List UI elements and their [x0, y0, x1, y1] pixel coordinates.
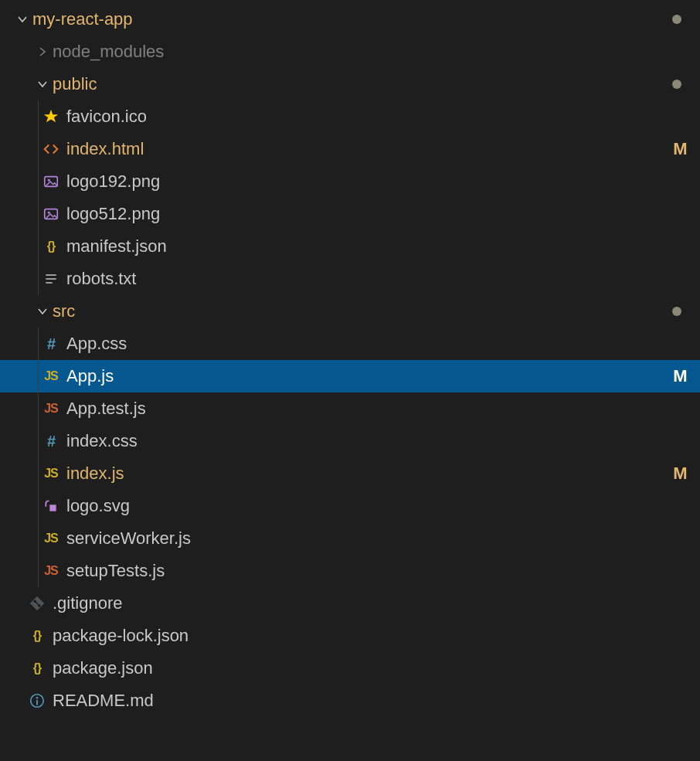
file-explorer: my-react-app node_modules public favicon…: [0, 0, 700, 717]
folder-label: src: [53, 301, 75, 321]
svg-rect-4: [49, 505, 56, 511]
css-icon: #: [40, 335, 62, 353]
json-icon: { }: [40, 240, 62, 253]
info-icon: [26, 692, 48, 709]
file-label: App.css: [66, 334, 127, 354]
file-setuptests-js[interactable]: JS setupTests.js: [0, 555, 700, 587]
js-test-icon: JS: [40, 564, 62, 578]
file-label: App.js: [66, 366, 114, 386]
svg-point-9: [36, 697, 39, 699]
file-label: setupTests.js: [66, 561, 165, 581]
file-label: package.json: [53, 658, 153, 678]
file-label: favicon.ico: [66, 107, 147, 127]
file-label: README.md: [53, 691, 154, 711]
file-index-html[interactable]: index.html M: [0, 133, 700, 165]
file-label: serviceWorker.js: [66, 528, 191, 549]
json-icon: { }: [26, 661, 48, 675]
file-robots-txt[interactable]: robots.txt: [0, 263, 700, 295]
file-label: robots.txt: [66, 269, 136, 289]
file-package-json[interactable]: { } package.json: [0, 652, 700, 685]
file-readme-md[interactable]: README.md: [0, 685, 700, 717]
file-logo512-png[interactable]: logo512.png: [0, 198, 700, 230]
svg-icon: [40, 498, 62, 514]
js-test-icon: JS: [40, 402, 62, 416]
image-icon: [40, 206, 62, 223]
file-serviceworker-js[interactable]: JS serviceWorker.js: [0, 522, 700, 555]
file-manifest-json[interactable]: { } manifest.json: [0, 230, 700, 263]
folder-root[interactable]: my-react-app: [0, 3, 700, 36]
file-label: .gitignore: [53, 593, 123, 613]
folder-node-modules[interactable]: node_modules: [0, 36, 700, 68]
indent-guide: [38, 328, 39, 587]
file-app-test-js[interactable]: JS App.test.js: [0, 392, 700, 425]
file-app-css[interactable]: # App.css: [0, 328, 700, 360]
chevron-down-icon: [32, 305, 53, 318]
svg-rect-10: [36, 700, 38, 705]
chevron-down-icon: [12, 13, 32, 25]
folder-public[interactable]: public: [0, 68, 700, 100]
svg-point-3: [48, 212, 50, 214]
file-logo192-png[interactable]: logo192.png: [0, 165, 700, 198]
json-icon: { }: [26, 629, 48, 643]
js-icon: JS: [40, 369, 62, 383]
file-label: index.js: [66, 464, 124, 484]
file-label: logo.svg: [66, 496, 130, 516]
git-status: M: [673, 366, 688, 386]
file-logo-svg[interactable]: logo.svg: [0, 490, 700, 522]
file-label: package-lock.json: [53, 626, 189, 646]
chevron-right-icon: [32, 46, 53, 58]
modified-dot-icon: [672, 80, 681, 89]
folder-label: node_modules: [53, 42, 164, 62]
file-index-css[interactable]: # index.css: [0, 425, 700, 457]
file-label: logo192.png: [66, 172, 160, 192]
css-icon: #: [40, 433, 62, 450]
file-gitignore[interactable]: .gitignore: [0, 587, 700, 620]
folder-src[interactable]: src: [0, 295, 700, 328]
folder-label: public: [53, 74, 97, 94]
js-icon: JS: [40, 467, 62, 481]
file-label: App.test.js: [66, 399, 146, 419]
git-status: M: [673, 139, 688, 159]
modified-dot-icon: [672, 15, 681, 24]
git-status: M: [673, 464, 688, 484]
file-app-js[interactable]: JS App.js M: [0, 360, 700, 392]
file-package-lock-json[interactable]: { } package-lock.json: [0, 620, 700, 652]
file-label: logo512.png: [66, 204, 160, 224]
file-favicon-ico[interactable]: favicon.ico: [0, 100, 700, 133]
image-icon: [40, 173, 62, 190]
file-index-js[interactable]: JS index.js M: [0, 457, 700, 490]
js-icon: JS: [40, 532, 62, 545]
chevron-down-icon: [32, 78, 53, 90]
text-file-icon: [40, 271, 62, 287]
html-icon: [40, 141, 62, 158]
file-label: manifest.json: [66, 236, 167, 256]
indent-guide: [38, 100, 39, 295]
file-label: index.css: [66, 431, 138, 451]
modified-dot-icon: [672, 307, 681, 316]
git-icon: [26, 595, 48, 612]
favicon-icon: [40, 108, 62, 125]
folder-label: my-react-app: [32, 9, 133, 29]
svg-point-1: [48, 179, 50, 182]
file-label: index.html: [66, 139, 144, 159]
